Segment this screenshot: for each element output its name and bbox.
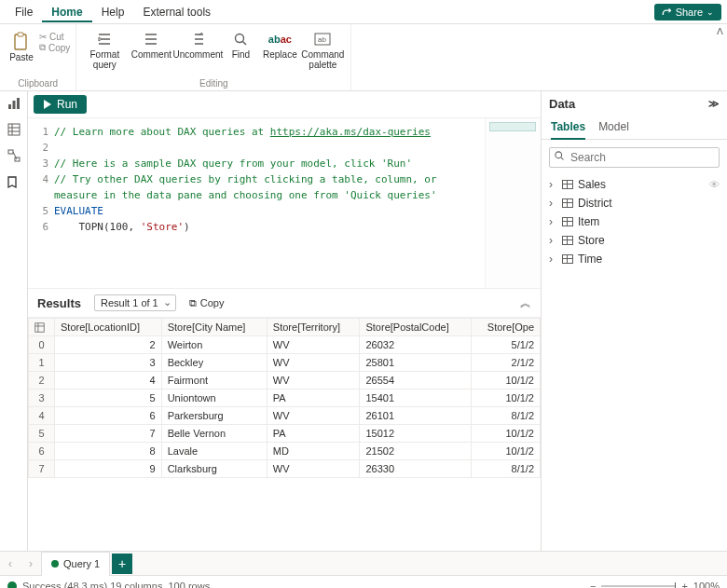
share-button[interactable]: Share ⌄ (654, 4, 721, 21)
chevron-right-icon: › (549, 178, 557, 191)
uncomment-label: Uncomment (172, 49, 223, 60)
results-title: Results (37, 296, 81, 310)
zoom-in-icon[interactable]: + (681, 581, 687, 589)
code-line-6d: 'Store' (141, 221, 184, 233)
format-query-button[interactable]: Format query (82, 26, 127, 70)
replace-button[interactable]: abac Replace (261, 26, 298, 70)
menu-external-tools[interactable]: External tools (133, 2, 220, 22)
table-row[interactable]: 68LavaleMD2150210/1/2 (29, 443, 541, 460)
result-selector[interactable]: Result 1 of 1 (94, 294, 176, 311)
chevron-right-icon: › (549, 197, 557, 210)
table-node[interactable]: ›Item (545, 212, 723, 231)
add-query-button[interactable]: + (112, 554, 132, 574)
table-row[interactable]: 24FairmontWV2655410/1/2 (29, 372, 541, 390)
svg-line-20 (561, 157, 564, 160)
search-input[interactable] (549, 147, 720, 168)
svg-rect-13 (8, 150, 13, 154)
zoom-control[interactable]: − + 100% (590, 581, 720, 589)
table-row[interactable]: 35UniontownPA1540110/1/2 (29, 390, 541, 407)
table-name: Time (578, 253, 602, 266)
copy-button[interactable]: ⧉Copy (39, 42, 70, 53)
dax-view-icon[interactable] (7, 175, 21, 189)
table-row[interactable]: 02WeirtonWV260325/1/2 (29, 336, 541, 354)
ribbon-group-editing: Format query Comment Uncomment Find abac… (76, 24, 351, 90)
table-node[interactable]: ›District (545, 194, 723, 212)
results-grid[interactable]: Store[LocationID] Store[City Name] Store… (28, 318, 541, 551)
row-header-corner (29, 319, 55, 336)
cut-button[interactable]: ✂Cut (39, 32, 70, 42)
col-header[interactable]: Store[LocationID] (55, 319, 162, 336)
col-header[interactable]: Store[City Name] (161, 319, 267, 336)
results-toolbar: Results Result 1 of 1 ⧉ Copy ︽ (28, 288, 541, 318)
uncomment-button[interactable]: Uncomment (175, 26, 220, 70)
share-icon (662, 7, 672, 17)
table-node[interactable]: ›Store (545, 231, 723, 250)
search-box[interactable] (549, 147, 720, 168)
zoom-slider[interactable] (601, 585, 676, 587)
model-view-icon[interactable] (7, 149, 21, 162)
status-dot-icon (51, 560, 59, 567)
command-palette-icon: ab (314, 29, 331, 49)
expand-pane-icon[interactable]: ≫ (708, 98, 720, 110)
col-header[interactable]: Store[Territory] (267, 319, 360, 336)
run-button[interactable]: Run (34, 95, 87, 114)
zoom-value: 100% (693, 581, 720, 589)
svg-rect-7 (12, 101, 15, 109)
svg-rect-16 (35, 322, 44, 331)
command-palette-label: Command palette (300, 49, 345, 70)
table-node[interactable]: ›Time (545, 250, 723, 268)
table-node[interactable]: ›Sales👁 (545, 175, 723, 194)
copy-label: Copy (48, 43, 70, 53)
format-label: Format query (82, 49, 127, 70)
paste-label: Paste (9, 52, 34, 62)
view-switcher (0, 91, 28, 551)
svg-text:ab: ab (318, 35, 326, 44)
svg-rect-6 (8, 104, 11, 109)
table-icon (562, 198, 573, 208)
find-button[interactable]: Find (222, 26, 259, 70)
svg-line-3 (243, 42, 247, 46)
status-ok-icon (7, 581, 17, 589)
code-line-6a: TOPN( (54, 221, 110, 233)
menu-home[interactable]: Home (42, 2, 91, 22)
cut-icon: ✂ (39, 32, 47, 42)
copy-icon: ⧉ (39, 42, 46, 53)
paste-button[interactable]: Paste (6, 29, 37, 62)
tab-nav-next[interactable]: › (21, 557, 41, 570)
comment-button[interactable]: Comment (129, 26, 173, 70)
tab-model[interactable]: Model (598, 116, 629, 139)
minimap[interactable] (485, 118, 541, 288)
table-row[interactable]: 46ParkersburgWV261018/1/2 (29, 407, 541, 425)
data-pane-title: Data (549, 97, 575, 111)
data-pane: Data ≫ Tables Model ›Sales👁›District›Ite… (541, 91, 727, 551)
report-view-icon[interactable] (7, 97, 21, 110)
col-header[interactable]: Store[Ope (472, 319, 541, 336)
svg-rect-1 (18, 33, 23, 36)
query-tabs: ‹ › Query 1 + (0, 551, 727, 575)
menu-help[interactable]: Help (92, 2, 134, 22)
search-icon (554, 150, 565, 161)
table-row[interactable]: 13BeckleyWV258012/1/2 (29, 354, 541, 372)
comment-label: Comment (131, 49, 171, 60)
copy-results-button[interactable]: ⧉ Copy (189, 297, 225, 309)
col-header[interactable]: Store[PostalCode] (360, 319, 472, 336)
table-row[interactable]: 79ClarksburgWV263308/1/2 (29, 460, 541, 478)
code-link[interactable]: https://aka.ms/dax-queries (270, 126, 431, 138)
find-icon (233, 29, 248, 49)
query-tab-1[interactable]: Query 1 (41, 552, 110, 576)
collapse-results-icon[interactable]: ︽ (520, 295, 531, 311)
table-name: Item (578, 215, 599, 228)
ribbon-group-editing-label: Editing (199, 78, 228, 90)
tab-tables[interactable]: Tables (551, 116, 585, 140)
zoom-out-icon[interactable]: − (590, 581, 596, 589)
tab-nav-prev[interactable]: ‹ (0, 557, 21, 570)
status-bar: Success (48.3 ms) 19 columns, 100 rows −… (0, 575, 727, 588)
menu-file[interactable]: File (6, 2, 42, 22)
code-editor[interactable]: // Learn more about DAX queries at https… (54, 118, 485, 288)
table-row[interactable]: 57Belle VernonPA1501210/1/2 (29, 425, 541, 443)
data-view-icon[interactable] (7, 123, 21, 136)
code-line-1a: // Learn more about DAX queries at (54, 126, 270, 138)
command-palette-button[interactable]: ab Command palette (300, 26, 345, 70)
collapse-ribbon-icon[interactable]: ᐱ (717, 26, 723, 36)
ribbon-group-clipboard: Paste ✂Cut ⧉Copy Clipboard (0, 24, 76, 90)
